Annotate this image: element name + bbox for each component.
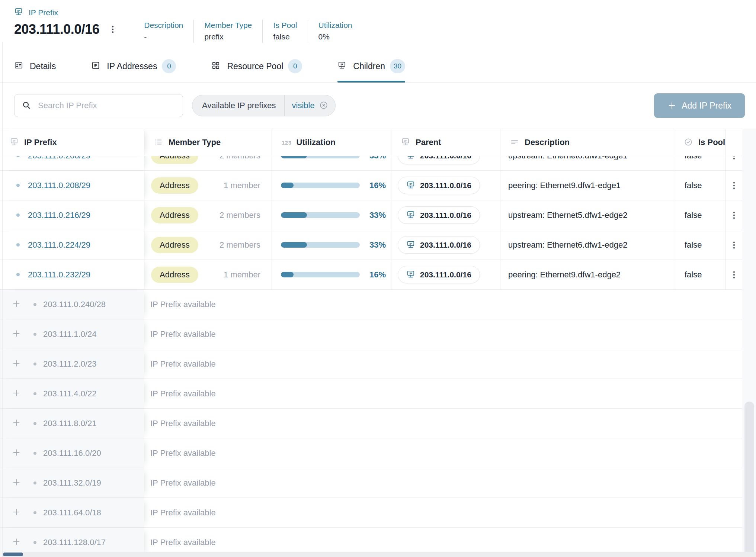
tab-resource-pool[interactable]: Resource Pool 0 (211, 59, 302, 82)
is-pool-cell: false (674, 230, 725, 260)
kebab-icon (730, 211, 739, 220)
member-count: 2 members (220, 210, 260, 220)
row-menu-button[interactable] (727, 208, 741, 223)
status-dot (16, 184, 20, 187)
description-cell: peering: Ethernet9.dfw1-edge1 (500, 171, 674, 200)
available-prefix: 203.111.128.0/17 (43, 538, 106, 547)
expand-plus-button[interactable] (10, 417, 24, 430)
expand-plus-button[interactable] (10, 476, 24, 490)
ip-network-icon (406, 210, 416, 220)
utilization-percent: 16% (369, 270, 386, 280)
tab-count-badge: 0 (162, 59, 176, 73)
expand-plus-button[interactable] (10, 298, 24, 311)
number-123-icon: 123 (282, 139, 292, 146)
tab-children[interactable]: Children 30 (337, 59, 405, 82)
tab-ip-addresses[interactable]: IP Addresses 0 (91, 59, 176, 82)
kebab-icon (108, 25, 117, 34)
plus-icon (12, 389, 22, 399)
column-header-member-type[interactable]: Member Type (144, 129, 272, 156)
status-dot (16, 213, 20, 217)
row-menu-button[interactable] (727, 178, 741, 193)
table-row: 203.111.0.216/29 Address2 members 33% 20… (0, 200, 742, 230)
prefix-link[interactable]: 203.111.0.216/29 (28, 210, 90, 220)
expand-plus-button[interactable] (10, 536, 24, 549)
text-lines-icon (510, 138, 520, 147)
summary-is-pool: Is Pool false (262, 20, 307, 43)
plus-icon (12, 359, 22, 369)
card-icon (14, 61, 25, 72)
available-note: IP Prefix available (144, 290, 742, 319)
plus-icon (12, 537, 22, 548)
table-row: 203.111.0.224/29 Address2 members 33% 20… (0, 230, 742, 260)
grid-icon (211, 61, 222, 72)
member-count: 1 member (224, 181, 260, 190)
description-cell: upstream: Ethernet5.dfw1-edge2 (500, 200, 674, 230)
member-type-badge: Address (151, 237, 198, 253)
add-ip-prefix-button[interactable]: Add IP Prefix (654, 93, 745, 118)
page-actions-menu-button[interactable] (106, 23, 119, 37)
status-dot (33, 541, 36, 544)
is-pool-cell: false (674, 171, 725, 200)
children-table: IP Prefix Member Type 123 Utilization Pa… (0, 129, 756, 557)
tab-details[interactable]: Details (14, 59, 56, 82)
filter-chip: Available IP prefixes visible (192, 95, 336, 116)
table-row-available: 203.111.2.0/23 IP Prefix available (0, 349, 742, 379)
search-input[interactable] (38, 101, 175, 110)
table-row-available: 203.111.32.0/19 IP Prefix available (0, 468, 742, 498)
row-menu-button[interactable] (727, 238, 741, 252)
kebab-icon (730, 181, 739, 190)
available-prefix: 203.111.0.240/28 (43, 300, 106, 309)
available-prefix: 203.111.16.0/20 (43, 448, 101, 458)
plus-icon (12, 508, 22, 518)
page-title: 203.111.0.0/16 (14, 20, 99, 39)
ip-box-icon (91, 61, 102, 72)
status-dot (33, 303, 36, 306)
expand-plus-button[interactable] (10, 447, 24, 460)
ip-network-icon (401, 138, 411, 147)
parent-link[interactable]: 203.111.0.0/16 (398, 266, 480, 283)
expand-plus-button[interactable] (10, 328, 24, 341)
available-prefix: 203.111.2.0/23 (43, 359, 97, 369)
table-body: 203.111.0.200/29 Address2 members 33% 20… (0, 141, 756, 557)
prefix-link[interactable]: 203.111.0.224/29 (28, 240, 90, 250)
column-header-utilization[interactable]: 123 Utilization (272, 129, 391, 156)
vertical-scrollbar-thumb[interactable] (744, 402, 754, 557)
filter-remove-button[interactable] (319, 101, 335, 111)
parent-link[interactable]: 203.111.0.0/16 (398, 206, 480, 224)
kebab-icon (730, 270, 739, 279)
column-header-description[interactable]: Description (500, 129, 674, 156)
column-header-ip-prefix[interactable]: IP Prefix (0, 129, 144, 156)
plus-icon (12, 478, 22, 488)
available-note: IP Prefix available (144, 468, 742, 498)
entity-type: IP Prefix (14, 7, 742, 17)
available-note: IP Prefix available (144, 379, 742, 408)
row-menu-button[interactable] (727, 267, 741, 282)
parent-link[interactable]: 203.111.0.0/16 (398, 177, 480, 194)
expand-plus-button[interactable] (10, 357, 24, 371)
plus-icon (667, 101, 676, 110)
entity-type-label: IP Prefix (29, 8, 58, 17)
status-dot (33, 392, 36, 395)
utilization-bar (281, 272, 360, 277)
prefix-link[interactable]: 203.111.0.208/29 (28, 181, 90, 190)
list-icon (154, 138, 164, 147)
summary-description: Description - (134, 20, 193, 43)
column-header-actions (725, 129, 742, 156)
column-header-is-pool[interactable]: Is Pool (674, 129, 725, 156)
plus-icon (12, 329, 22, 339)
prefix-link[interactable]: 203.111.0.232/29 (28, 270, 90, 280)
status-dot (33, 482, 36, 484)
table-row-available: 203.111.4.0/22 IP Prefix available (0, 379, 742, 409)
expand-plus-button[interactable] (10, 387, 24, 400)
parent-link[interactable]: 203.111.0.0/16 (398, 236, 480, 254)
status-dot (33, 333, 36, 336)
table-header-row: IP Prefix Member Type 123 Utilization Pa… (0, 129, 742, 156)
table-row-available: 203.111.16.0/20 IP Prefix available (0, 438, 742, 468)
member-type-badge: Address (151, 207, 198, 223)
available-prefix: 203.111.1.0/24 (43, 329, 97, 339)
column-header-parent[interactable]: Parent (391, 129, 500, 156)
horizontal-scrollbar-thumb[interactable] (3, 553, 23, 556)
summary-utilization: Utilization 0% (308, 20, 363, 43)
expand-plus-button[interactable] (10, 506, 24, 519)
kebab-icon (730, 241, 739, 249)
